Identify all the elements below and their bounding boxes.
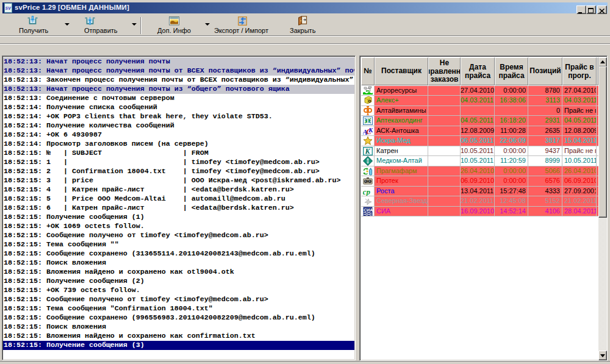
svg-text:sv: sv (5, 5, 12, 11)
svg-text:K: K (364, 147, 370, 155)
svg-text:К: К (368, 126, 373, 134)
svg-text:СИА: СИА (364, 208, 373, 212)
svg-text:р: р (365, 187, 370, 196)
